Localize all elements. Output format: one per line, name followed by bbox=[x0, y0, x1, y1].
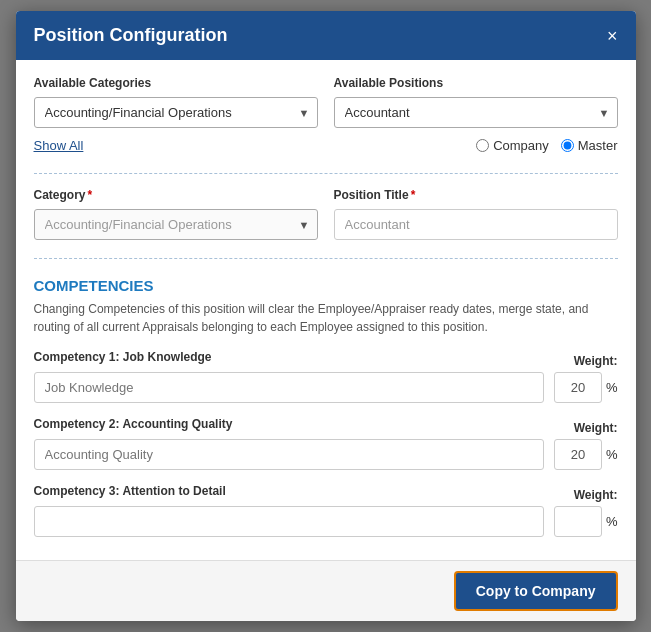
competency-3-weight-input[interactable] bbox=[554, 506, 602, 537]
competency-1-row: Competency 1: Job Knowledge Weight: % bbox=[34, 350, 618, 403]
competency-2-weight-input[interactable] bbox=[554, 439, 602, 470]
competency-2-label: Competency 2: Accounting Quality bbox=[34, 417, 233, 431]
category-select[interactable]: Accounting/Financial Operations bbox=[34, 209, 318, 240]
competencies-section: COMPETENCIES Changing Competencies of th… bbox=[34, 277, 618, 551]
available-categories-select[interactable]: Accounting/Financial Operations bbox=[34, 97, 318, 128]
available-categories-group: Available Categories Accounting/Financia… bbox=[34, 76, 318, 128]
show-all-row: Show All Company Master bbox=[34, 138, 618, 153]
modal-footer: Copy to Company bbox=[16, 560, 636, 621]
master-radio[interactable] bbox=[561, 139, 574, 152]
copy-to-company-button[interactable]: Copy to Company bbox=[454, 571, 618, 611]
competency-3-percent-sign: % bbox=[606, 514, 618, 529]
company-radio-text: Company bbox=[493, 138, 549, 153]
category-label: Category bbox=[34, 188, 318, 202]
competency-3-row: Competency 3: Attention to Detail Weight… bbox=[34, 484, 618, 537]
close-button[interactable]: × bbox=[607, 27, 618, 45]
position-title-label: Position Title bbox=[334, 188, 618, 202]
top-divider bbox=[34, 173, 618, 174]
competency-3-input-row: % bbox=[34, 506, 618, 537]
available-positions-select-wrapper: Accountant ▼ bbox=[334, 97, 618, 128]
available-positions-label: Available Positions bbox=[334, 76, 618, 90]
competency-2-input[interactable] bbox=[34, 439, 544, 470]
company-radio-label[interactable]: Company bbox=[476, 138, 549, 153]
competency-2-weight-label: Weight: bbox=[574, 421, 618, 435]
competency-3-weight-label: Weight: bbox=[574, 488, 618, 502]
competency-3-weight-row: % bbox=[554, 506, 618, 537]
position-config-modal: Position Configuration × Available Categ… bbox=[16, 11, 636, 621]
competency-2-weight-row: % bbox=[554, 439, 618, 470]
show-all-link[interactable]: Show All bbox=[34, 138, 84, 153]
available-categories-select-wrapper: Accounting/Financial Operations ▼ bbox=[34, 97, 318, 128]
competency-2-percent-sign: % bbox=[606, 447, 618, 462]
competency-2-input-row: % bbox=[34, 439, 618, 470]
competency-3-input[interactable] bbox=[34, 506, 544, 537]
modal-title: Position Configuration bbox=[34, 25, 228, 46]
company-radio[interactable] bbox=[476, 139, 489, 152]
category-select-wrapper: Accounting/Financial Operations ▼ bbox=[34, 209, 318, 240]
bottom-divider bbox=[34, 258, 618, 259]
competencies-title: COMPETENCIES bbox=[34, 277, 618, 294]
master-radio-text: Master bbox=[578, 138, 618, 153]
competency-1-input[interactable] bbox=[34, 372, 544, 403]
available-positions-group: Available Positions Accountant ▼ bbox=[334, 76, 618, 128]
modal-header: Position Configuration × bbox=[16, 11, 636, 60]
competency-1-percent-sign: % bbox=[606, 380, 618, 395]
competency-1-input-row: % bbox=[34, 372, 618, 403]
competencies-description: Changing Competencies of this position w… bbox=[34, 300, 618, 336]
competency-2-row: Competency 2: Accounting Quality Weight:… bbox=[34, 417, 618, 470]
position-title-input[interactable] bbox=[334, 209, 618, 240]
categories-positions-row: Available Categories Accounting/Financia… bbox=[34, 76, 618, 128]
competency-3-label: Competency 3: Attention to Detail bbox=[34, 484, 226, 498]
master-radio-label[interactable]: Master bbox=[561, 138, 618, 153]
available-categories-label: Available Categories bbox=[34, 76, 318, 90]
modal-overlay: Position Configuration × Available Categ… bbox=[0, 0, 651, 632]
competency-1-weight-input[interactable] bbox=[554, 372, 602, 403]
competency-1-weight-row: % bbox=[554, 372, 618, 403]
position-title-field-group: Position Title bbox=[334, 188, 618, 240]
category-field-group: Category Accounting/Financial Operations… bbox=[34, 188, 318, 240]
competency-1-weight-label: Weight: bbox=[574, 354, 618, 368]
competency-1-label: Competency 1: Job Knowledge bbox=[34, 350, 212, 364]
modal-body: Available Categories Accounting/Financia… bbox=[16, 60, 636, 560]
category-position-title-row: Category Accounting/Financial Operations… bbox=[34, 188, 618, 240]
available-positions-select[interactable]: Accountant bbox=[334, 97, 618, 128]
